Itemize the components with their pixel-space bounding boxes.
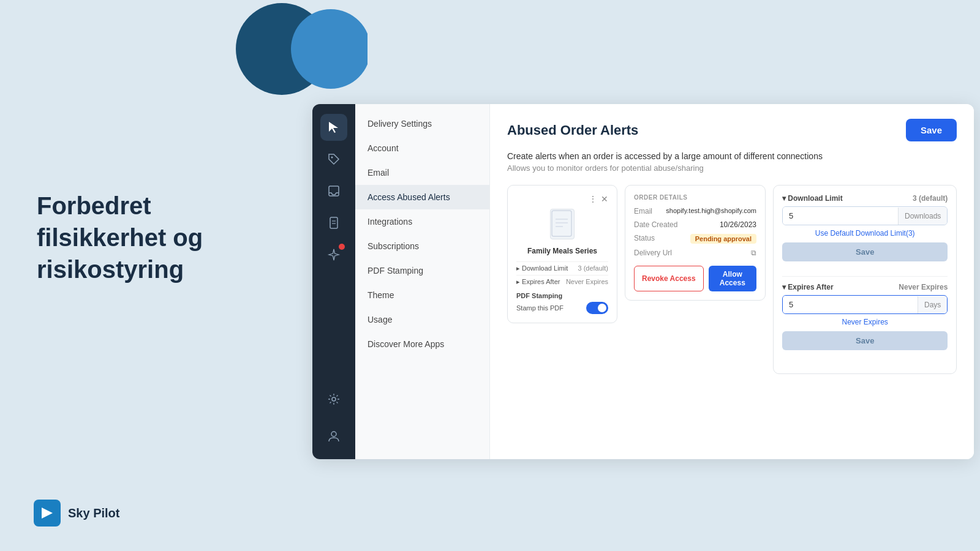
file-svg xyxy=(551,209,575,240)
stamp-toggle-row: Stamp this PDF xyxy=(516,302,608,314)
main-header: Abused Order Alerts Save xyxy=(507,119,957,141)
product-row-download: ▸ Download Limit 3 (default) xyxy=(516,261,608,275)
order-row-email: Email shopify.test.high@shopify.com xyxy=(634,207,756,216)
nav-item-pdf-stamping[interactable]: PDF Stamping xyxy=(355,258,489,283)
order-row-date: Date Created 10/26/2023 xyxy=(634,220,756,229)
sidebar-item-tag[interactable] xyxy=(320,146,347,173)
description-sub: Allows you to monitor orders for potenti… xyxy=(507,163,957,173)
sidebar-item-inbox[interactable] xyxy=(320,178,347,204)
svg-marker-2 xyxy=(42,508,53,519)
svg-point-9 xyxy=(332,397,336,401)
expires-after-section-label: ▾ Expires After xyxy=(782,283,834,291)
expires-label: ▸ Expires After xyxy=(516,278,560,286)
email-val: shopify.test.high@shopify.com xyxy=(666,207,756,216)
email-label: Email xyxy=(634,207,652,216)
description-title: Create alerts when an order is accessed … xyxy=(507,151,957,161)
logo-area: Sky Pilot xyxy=(34,500,119,527)
nav-menu: Delivery Settings Account Email Access A… xyxy=(355,104,490,459)
svg-rect-11 xyxy=(552,211,571,236)
svg-rect-6 xyxy=(330,217,337,228)
nav-item-theme[interactable]: Theme xyxy=(355,283,489,307)
download-limit-header: ▾ Download Limit 3 (default) xyxy=(782,194,948,203)
nav-item-email[interactable]: Email xyxy=(355,160,489,185)
expires-save-button[interactable]: Save xyxy=(782,331,948,350)
svg-point-1 xyxy=(291,9,368,89)
expires-suffix: Days xyxy=(918,296,947,313)
card-menu-dots[interactable]: ⋮ xyxy=(589,194,597,204)
allow-access-button[interactable]: Allow Access xyxy=(709,266,756,291)
order-details-panel: ORDER DETAILS Email shopify.test.high@sh… xyxy=(625,185,766,301)
nav-item-discover-more[interactable]: Discover More Apps xyxy=(355,332,489,356)
sidebar xyxy=(312,104,355,459)
document-icon xyxy=(327,216,341,230)
inbox-icon xyxy=(327,184,341,198)
chevron-down-icon-2: ▾ xyxy=(782,283,786,291)
expires-after-val: Never Expires xyxy=(899,283,948,291)
never-expires-link[interactable]: Never Expires xyxy=(782,318,948,326)
download-limit-default-val: 3 (default) xyxy=(913,194,948,203)
product-card: ⋮ ✕ Family Meals Series ▸ Do xyxy=(507,185,617,323)
settings-panel: ▾ Download Limit 3 (default) Downloads U… xyxy=(773,185,957,374)
revoke-access-button[interactable]: Revoke Access xyxy=(634,266,704,291)
expires-after-header: ▾ Expires After Never Expires xyxy=(782,283,948,291)
tag-icon xyxy=(327,152,341,166)
logo-label: Sky Pilot xyxy=(68,506,119,520)
copy-icon[interactable]: ⧉ xyxy=(751,249,756,257)
svg-point-10 xyxy=(331,432,336,437)
download-save-button[interactable]: Save xyxy=(782,242,948,261)
content-panels: ⋮ ✕ Family Meals Series ▸ Do xyxy=(507,185,957,374)
cursor-icon xyxy=(327,121,341,134)
status-label: Status xyxy=(634,234,655,244)
nav-item-integrations[interactable]: Integrations xyxy=(355,209,489,234)
svg-marker-3 xyxy=(329,122,338,133)
download-limit-section: ▾ Download Limit 3 (default) Downloads U… xyxy=(782,194,948,268)
product-name: Family Meals Series xyxy=(516,247,608,255)
download-limit-section-label: ▾ Download Limit xyxy=(782,194,843,203)
user-icon xyxy=(327,429,341,443)
sidebar-item-document[interactable] xyxy=(320,209,347,236)
nav-item-usage[interactable]: Usage xyxy=(355,307,489,332)
date-created-val: 10/26/2023 xyxy=(720,220,756,229)
nav-item-access-abused-alerts[interactable]: Access Abused Alerts xyxy=(355,185,489,209)
order-row-status: Status Pending approval xyxy=(634,234,756,244)
sidebar-item-sparkle[interactable] xyxy=(320,241,347,268)
status-badge: Pending approval xyxy=(690,234,756,244)
sidebar-item-user[interactable] xyxy=(320,422,347,449)
download-limit-val: 3 (default) xyxy=(578,264,608,272)
nav-item-delivery-settings[interactable]: Delivery Settings xyxy=(355,111,489,136)
stamp-toggle[interactable] xyxy=(586,302,608,314)
notification-badge xyxy=(339,244,345,250)
product-row-expires: ▸ Expires After Never Expires xyxy=(516,275,608,288)
downloads-input[interactable] xyxy=(783,207,898,225)
product-icon-area xyxy=(516,209,608,239)
order-row-delivery: Delivery Url ⧉ xyxy=(634,249,756,257)
save-button[interactable]: Save xyxy=(906,119,957,141)
logo-svg xyxy=(39,505,55,521)
chevron-down-icon: ▾ xyxy=(782,194,786,203)
sparkle-icon xyxy=(327,248,341,261)
logo-icon xyxy=(34,500,61,527)
downloads-input-row: Downloads xyxy=(782,206,948,225)
use-default-link[interactable]: Use Default Download Limit(3) xyxy=(782,229,948,238)
sidebar-item-cursor[interactable] xyxy=(320,114,347,141)
order-details-title: ORDER DETAILS xyxy=(634,194,756,201)
expires-input-row: Days xyxy=(782,295,948,314)
expires-input[interactable] xyxy=(783,296,918,313)
card-menu-close[interactable]: ✕ xyxy=(601,194,608,204)
hero-text: Forbedret filsikkerhet og risikostyring xyxy=(37,190,221,285)
date-created-label: Date Created xyxy=(634,220,677,229)
main-description: Create alerts when an order is accessed … xyxy=(507,151,957,173)
settings-icon xyxy=(327,392,341,406)
card-menu: ⋮ ✕ xyxy=(516,194,608,204)
pdf-stamping-label: PDF Stamping xyxy=(516,292,608,299)
download-limit-label: ▸ Download Limit xyxy=(516,264,568,272)
nav-item-account[interactable]: Account xyxy=(355,136,489,160)
order-actions: Revoke Access Allow Access xyxy=(634,266,756,291)
nav-item-subscriptions[interactable]: Subscriptions xyxy=(355,234,489,258)
stamp-label: Stamp this PDF xyxy=(516,304,564,312)
main-content: Abused Order Alerts Save Create alerts w… xyxy=(490,104,974,459)
sidebar-item-settings[interactable] xyxy=(320,386,347,413)
downloads-suffix: Downloads xyxy=(898,208,947,225)
expires-after-section: ▾ Expires After Never Expires Days Never… xyxy=(782,283,948,356)
svg-point-4 xyxy=(331,157,333,159)
